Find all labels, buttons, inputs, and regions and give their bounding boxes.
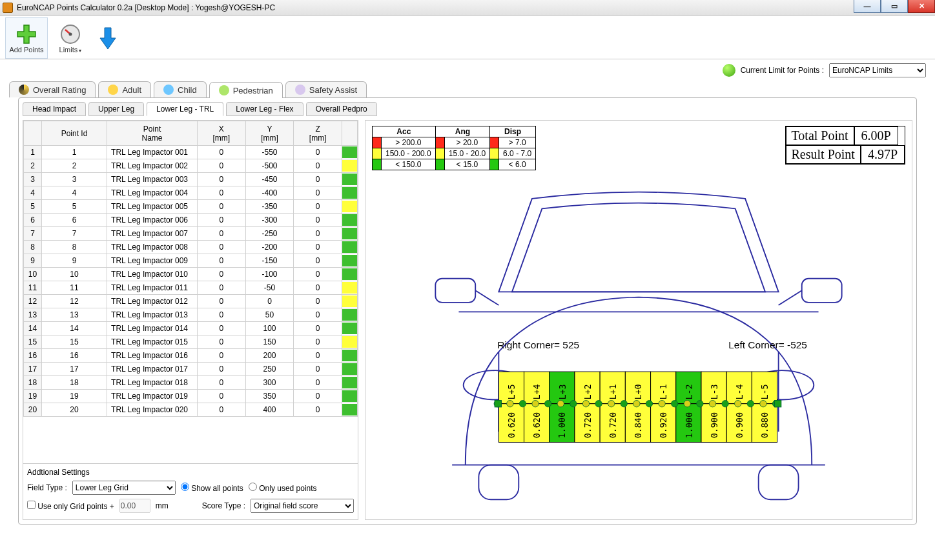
table-row[interactable]: 1515TRL Leg Impactor 01501500 <box>24 335 358 349</box>
points-table[interactable]: Point Id Point Name X [mm] Y [mm] Z [mm]… <box>23 121 358 417</box>
points-summary: Total Point6.00P Result Point4.97P <box>785 126 905 165</box>
svg-text:0.900: 0.900 <box>735 412 745 438</box>
table-row[interactable]: 22TRL Leg Impactor 0020-5000 <box>24 159 358 173</box>
subtab-head-impact[interactable]: Head Impact <box>23 102 86 116</box>
show-all-radio[interactable]: Show all points <box>181 483 243 493</box>
total-point-label: Total Point <box>786 126 854 145</box>
svg-text:L-3: L-3 <box>710 384 719 399</box>
close-button[interactable]: ✕ <box>908 0 935 13</box>
score-type-label: Score Type : <box>202 501 245 510</box>
subtab-lower-leg-trl[interactable]: Lower Leg - TRL <box>147 102 223 116</box>
col-point-id[interactable]: Point Id <box>42 121 107 146</box>
result-point-label: Result Point <box>786 145 861 164</box>
limits-button[interactable]: Limits ▾ <box>49 17 92 59</box>
col-point-name[interactable]: Point Name <box>107 121 198 146</box>
table-row[interactable]: 1313TRL Leg Impactor 0130500 <box>24 308 358 322</box>
col-y[interactable]: Y [mm] <box>245 121 294 146</box>
svg-point-70 <box>659 401 665 407</box>
svg-point-68 <box>633 401 640 407</box>
col-z[interactable]: Z [mm] <box>294 121 342 146</box>
svg-rect-9 <box>478 465 519 500</box>
table-row[interactable]: 2020TRL Leg Impactor 02004000 <box>24 403 358 417</box>
settings-title: Addtional Settings <box>27 466 354 481</box>
limit-select[interactable]: EuroNCAP Limits <box>829 63 926 77</box>
svg-point-67 <box>621 401 627 407</box>
svg-text:L+2: L+2 <box>583 384 593 399</box>
limit-label: Current Limit for Points : <box>741 66 824 75</box>
total-point-value: 6.00P <box>854 126 898 145</box>
svg-point-58 <box>507 401 513 407</box>
car-diagram: Right Corner= 525 Left Corner= -525 L+50… <box>365 179 912 525</box>
svg-text:0.720: 0.720 <box>608 412 618 438</box>
svg-point-61 <box>545 401 551 407</box>
arrow-down-icon <box>96 26 119 50</box>
main-tabs: Overall Rating Adult Child Pedestrian Sa… <box>9 81 926 97</box>
table-row[interactable]: 1616TRL Leg Impactor 01602000 <box>24 349 358 363</box>
subtab-overall-pedpro[interactable]: Overall Pedpro <box>306 102 377 116</box>
table-row[interactable]: 55TRL Leg Impactor 0050-3500 <box>24 200 358 214</box>
svg-point-69 <box>646 401 652 407</box>
table-row[interactable]: 1818TRL Leg Impactor 01803000 <box>24 376 358 390</box>
svg-text:L+3: L+3 <box>558 384 568 399</box>
svg-point-63 <box>570 401 577 407</box>
tab-safety-assist[interactable]: Safety Assist <box>285 81 367 97</box>
table-row[interactable]: 1414TRL Leg Impactor 01401000 <box>24 322 358 335</box>
toolbar: Add Points Limits ▾ <box>0 15 935 59</box>
svg-rect-80 <box>495 401 501 407</box>
table-row[interactable]: 88TRL Leg Impactor 0080-2000 <box>24 241 358 254</box>
child-icon <box>163 85 174 95</box>
limit-row: Current Limit for Points : EuroNCAP Limi… <box>0 59 935 81</box>
use-grid-checkbox[interactable]: Use only Grid points + <box>27 501 114 511</box>
svg-text:L+0: L+0 <box>633 384 643 399</box>
table-row[interactable]: 11TRL Leg Impactor 0010-5500 <box>24 146 358 159</box>
points-table-scroll[interactable]: Point Id Point Name X [mm] Y [mm] Z [mm]… <box>23 121 358 463</box>
score-type-select[interactable]: Original field score <box>251 499 354 513</box>
tab-child[interactable]: Child <box>154 81 207 97</box>
col-x[interactable]: X [mm] <box>198 121 246 146</box>
minimize-button[interactable]: — <box>854 0 881 13</box>
table-row[interactable]: 66TRL Leg Impactor 0060-3000 <box>24 214 358 227</box>
svg-text:L-2: L-2 <box>684 384 694 399</box>
svg-point-65 <box>595 401 602 407</box>
window-title: EuroNCAP Points Calculator 0.2a [Desktop… <box>17 3 275 12</box>
only-used-radio[interactable]: Only used points <box>249 483 317 493</box>
table-row[interactable]: 1212TRL Leg Impactor 012000 <box>24 295 358 308</box>
content-frame: Head Impact Upper Leg Lower Leg - TRL Lo… <box>18 97 917 525</box>
grid-offset-input[interactable] <box>119 499 150 513</box>
svg-text:L-4: L-4 <box>735 384 745 399</box>
svg-rect-81 <box>774 401 781 407</box>
svg-point-62 <box>557 401 564 407</box>
svg-rect-2 <box>435 279 475 303</box>
svg-text:0.880: 0.880 <box>760 412 770 438</box>
table-row[interactable]: 1717TRL Leg Impactor 01702500 <box>24 363 358 376</box>
table-row[interactable]: 1919TRL Leg Impactor 01903500 <box>24 390 358 403</box>
subtab-lower-leg-flex[interactable]: Lower Leg - Flex <box>226 102 303 116</box>
table-row[interactable]: 99TRL Leg Impactor 0090-1500 <box>24 254 358 268</box>
svg-point-66 <box>608 401 615 407</box>
down-arrow-button[interactable] <box>93 17 123 59</box>
svg-point-75 <box>722 401 728 407</box>
limit-status-icon <box>723 64 735 77</box>
svg-rect-10 <box>759 465 799 500</box>
tab-pedestrian[interactable]: Pedestrian <box>209 82 283 98</box>
svg-point-60 <box>532 401 539 407</box>
subtab-upper-leg[interactable]: Upper Leg <box>88 102 144 116</box>
table-row[interactable]: 33TRL Leg Impactor 0030-4500 <box>24 173 358 186</box>
tab-overall-rating[interactable]: Overall Rating <box>9 81 96 97</box>
table-row[interactable]: 77TRL Leg Impactor 0070-2500 <box>24 227 358 241</box>
svg-text:1.000: 1.000 <box>558 412 568 438</box>
table-row[interactable]: 44TRL Leg Impactor 0040-4000 <box>24 186 358 200</box>
field-type-select[interactable]: Lower Leg Grid <box>72 481 176 495</box>
table-row[interactable]: 1111TRL Leg Impactor 0110-500 <box>24 281 358 295</box>
adult-icon <box>108 85 118 95</box>
add-points-button[interactable]: Add Points <box>5 17 48 59</box>
tab-adult[interactable]: Adult <box>98 81 151 97</box>
gauge-icon <box>59 23 82 46</box>
svg-text:L-5: L-5 <box>760 384 770 399</box>
maximize-button[interactable]: ▭ <box>881 0 908 13</box>
window-controls: — ▭ ✕ <box>854 0 935 13</box>
svg-point-71 <box>672 401 678 407</box>
table-row[interactable]: 1010TRL Leg Impactor 0100-1000 <box>24 268 358 281</box>
mm-label: mm <box>156 501 169 510</box>
legend-table: AccAngDisp > 200.0> 20.0> 7.0 150.0 - 20… <box>372 126 536 170</box>
